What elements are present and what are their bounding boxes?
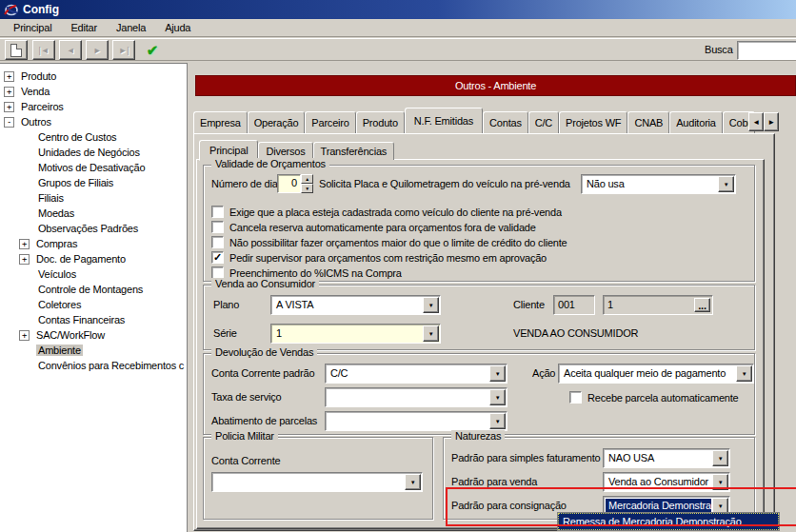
sidebar-item-sac-workflow[interactable]: +SAC/WorkFlow	[0, 327, 187, 343]
sidebar-item-parceiros[interactable]: +Parceiros	[0, 99, 187, 114]
chevron-down-icon[interactable]: ▼	[489, 365, 506, 382]
sidebar-item-grupos-de-filiais[interactable]: Grupos de Filiais	[0, 175, 187, 190]
numero-dias-label: Número de dias	[211, 178, 283, 189]
sidebar-item-coletores[interactable]: Coletores	[0, 297, 187, 312]
sidebar-item-label: Doc. de Pagamento	[34, 253, 128, 265]
last-record-button[interactable]: ►|	[112, 40, 135, 60]
sidebar-item-venda[interactable]: +Venda	[0, 84, 187, 99]
serie-select[interactable]: 1 ▼	[270, 324, 441, 344]
scroll-right-icon[interactable]: ►	[764, 112, 779, 131]
sidebar-item-motivos-de-desativacao[interactable]: Motivos de Desativação	[0, 160, 187, 175]
menu-janela[interactable]: Janela	[107, 20, 155, 36]
stepper-value[interactable]: 0	[277, 174, 301, 193]
sidebar-item-label: Moedas	[36, 207, 76, 219]
abatimento-label: Abatimento de parcelas	[211, 415, 317, 426]
tab-nf-emitidas[interactable]: N.F. Emitidas	[405, 108, 483, 133]
chevron-down-icon[interactable]: ▼	[423, 325, 439, 342]
select-value: Aceita qualquer meio de pagamento	[561, 366, 735, 381]
checkbox-exige-placa[interactable]: Exige que a placa esteja cadastrada como…	[211, 206, 562, 218]
expand-icon[interactable]: +	[4, 87, 14, 97]
sidebar-item-contas-financeiras[interactable]: Contas Financeiras	[0, 312, 187, 327]
chevron-down-icon[interactable]: ▼	[712, 450, 728, 466]
policia-conta-select[interactable]: ▼	[211, 472, 423, 492]
content-panel: Outros - Ambiente Empresa Operação Parce…	[192, 62, 796, 532]
spin-up-icon[interactable]: ▲	[301, 174, 313, 184]
sidebar-item-compras[interactable]: +Compras	[0, 236, 187, 251]
chevron-down-icon[interactable]: ▼	[718, 176, 734, 192]
sidebar-item-unidades-de-negocios[interactable]: Unidades de Negócios	[0, 145, 187, 160]
sidebar-item-doc-de-pagamento[interactable]: +Doc. de Pagamento	[0, 251, 187, 266]
chevron-down-icon[interactable]: ▼	[405, 474, 421, 490]
tab-contas[interactable]: Contas	[483, 111, 528, 133]
sidebar-item-veiculos[interactable]: Veículos	[0, 266, 187, 282]
tab-auditoria[interactable]: Auditoria	[669, 111, 723, 133]
chevron-down-icon[interactable]: ▼	[736, 365, 752, 382]
cliente-field[interactable]: 1 ...	[603, 295, 713, 315]
acao-select[interactable]: Aceita qualquer meio de pagamento ▼	[558, 364, 754, 384]
simples-faturamento-select[interactable]: NAO USA ▼	[603, 448, 730, 468]
acao-label: Ação	[532, 367, 555, 379]
menu-principal[interactable]: Principal	[4, 20, 61, 36]
expand-icon[interactable]: +	[19, 254, 30, 265]
expand-icon[interactable]: +	[4, 71, 14, 82]
sidebar-item-outros[interactable]: -Outros	[0, 114, 187, 129]
chevron-down-icon[interactable]: ▼	[489, 413, 506, 429]
next-record-button[interactable]: ►	[86, 40, 109, 60]
sidebar-item-filiais[interactable]: Filiais	[0, 190, 187, 206]
checkbox-nao-possibilitar[interactable]: Não possibilitar fazer orçamentos maior …	[211, 236, 567, 248]
chevron-down-icon[interactable]: ▼	[489, 389, 506, 405]
sidebar-item-convenios[interactable]: Convênios para Recebimentos c	[0, 358, 187, 373]
collapse-icon[interactable]: -	[4, 117, 14, 128]
tab-cc[interactable]: C/C	[528, 111, 559, 133]
main-area: +Produto +Venda +Parceiros -Outros Centr…	[0, 62, 796, 532]
sidebar-item-centro-de-custos[interactable]: Centro de Custos	[0, 129, 187, 145]
expand-icon[interactable]: +	[4, 102, 14, 112]
first-record-button[interactable]: |◄	[32, 40, 55, 60]
sidebar-item-moedas[interactable]: Moedas	[0, 206, 187, 221]
conta-corrente-label: Conta Corrente	[211, 455, 280, 466]
expand-icon[interactable]: +	[19, 330, 30, 341]
new-record-button[interactable]	[5, 40, 28, 60]
browse-button[interactable]: ...	[694, 298, 710, 312]
chevron-down-icon[interactable]: ▼	[423, 297, 439, 313]
sidebar-item-label: Convênios para Recebimentos c	[36, 360, 186, 371]
checkbox-recebe-parcela[interactable]: Recebe parcela automaticamente	[569, 391, 739, 404]
expand-icon[interactable]: +	[19, 239, 30, 249]
conta-corrente-padrao-select[interactable]: C/C ▼	[325, 364, 507, 384]
sidebar-item-label: Ambiente	[36, 345, 83, 356]
plano-select[interactable]: A VISTA ▼	[270, 295, 441, 315]
sidebar-item-observacoes-padroes[interactable]: Observações Padrões	[0, 221, 187, 236]
tab-projetos-wf[interactable]: Projetos WF	[559, 111, 627, 133]
solicita-placa-select[interactable]: Não usa ▼	[581, 174, 736, 194]
tab-produto[interactable]: Produto	[356, 111, 405, 133]
checkbox-label: Exige que a placa esteja cadastrada como…	[229, 207, 562, 218]
sidebar-item-controle-de-montagens[interactable]: Controle de Montagens	[0, 282, 187, 297]
prior-record-button[interactable]: ◄	[59, 40, 82, 60]
checkbox-icon	[211, 206, 224, 218]
sidebar-item-produto[interactable]: +Produto	[0, 69, 187, 84]
tab-operacao[interactable]: Operação	[248, 111, 306, 133]
menu-ajuda[interactable]: Ajuda	[155, 20, 200, 36]
confirm-button[interactable]: ✔	[141, 40, 164, 60]
checkbox-cancela-reserva[interactable]: Cancela reserva automaticamente para orç…	[211, 221, 536, 233]
checkbox-pedir-supervisor[interactable]: ✓ Pedir supervisor para orçamentos com r…	[211, 251, 547, 264]
sidebar-item-label: Veículos	[36, 268, 78, 280]
select-value	[328, 390, 488, 404]
sidebar-item-ambiente[interactable]: Ambiente	[0, 343, 187, 358]
menu-editar[interactable]: Editar	[61, 20, 107, 36]
last-record-icon: ►|	[119, 46, 129, 55]
scroll-left-icon[interactable]: ◄	[748, 112, 764, 131]
sidebar-item-label: Venda	[19, 86, 51, 97]
search-input[interactable]	[737, 41, 796, 60]
taxa-servico-select[interactable]: ▼	[325, 387, 507, 407]
tab-cnab[interactable]: CNAB	[627, 111, 669, 133]
checkbox-icon	[211, 221, 224, 233]
abatimento-select[interactable]: ▼	[325, 411, 507, 431]
checkbox-label: Cancela reserva automaticamente para orç…	[229, 222, 536, 233]
tab-empresa[interactable]: Empresa	[193, 111, 248, 133]
next-record-icon: ►	[93, 46, 102, 55]
tab-parceiro[interactable]: Parceiro	[305, 111, 355, 133]
spin-down-icon[interactable]: ▼	[301, 184, 313, 193]
numero-dias-stepper[interactable]: 0 ▲ ▼	[277, 174, 313, 193]
sidebar-item-label: Motivos de Desativação	[36, 162, 147, 173]
